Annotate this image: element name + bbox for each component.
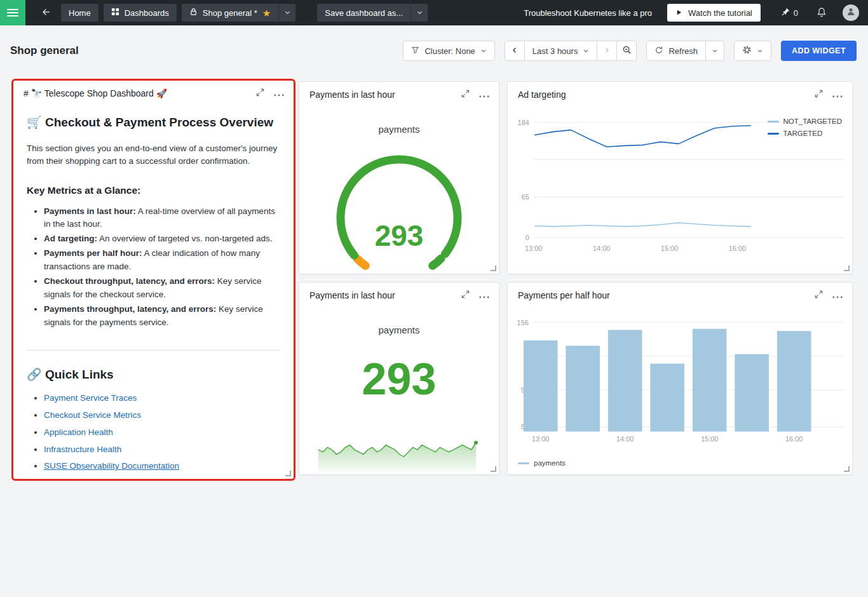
sparkline-chart <box>318 435 480 476</box>
legend-label: TARGETED <box>783 130 823 137</box>
widget-title: Ad targeting <box>518 90 809 100</box>
main-menu-button[interactable] <box>0 0 25 25</box>
favorite-star-icon[interactable]: ★ <box>262 8 271 18</box>
svg-text:293: 293 <box>375 219 424 252</box>
svg-text:156: 156 <box>517 319 529 326</box>
resize-handle[interactable] <box>285 471 291 476</box>
expand-icon <box>255 88 265 99</box>
legend-item[interactable]: TARGETED <box>768 130 842 137</box>
widget-header: Payments per half hour <box>508 283 852 308</box>
ellipsis-icon <box>832 291 843 300</box>
dashboard-toolbar: Cluster: None Last 3 hours <box>403 41 857 61</box>
quick-link[interactable]: SUSE Observability Documentation <box>44 461 179 471</box>
expand-widget-button[interactable] <box>456 286 475 304</box>
expand-icon <box>461 290 470 301</box>
page-title: Shop general <box>10 44 79 57</box>
svg-text:13:00: 13:00 <box>532 435 549 443</box>
chart-legend: NOT_TARGETEDTARGETED <box>768 117 842 137</box>
quick-link[interactable]: Infrastructure Health <box>44 445 121 454</box>
save-dashboard-chevron[interactable] <box>410 4 428 22</box>
expand-widget-button[interactable] <box>456 86 475 104</box>
time-range-label: Last 3 hours <box>532 46 578 56</box>
bar-chart: 156925713:0014:0015:0016:00 <box>508 308 852 474</box>
widget-menu-button[interactable] <box>475 86 494 104</box>
note-intro: This section gives you an end-to-end vie… <box>27 142 280 168</box>
home-button[interactable]: Home <box>61 4 98 22</box>
expand-widget-button[interactable] <box>809 286 828 304</box>
svg-text:0: 0 <box>526 234 529 241</box>
zoom-out-icon <box>622 45 632 57</box>
legend-swatch <box>768 133 779 135</box>
svg-text:184: 184 <box>518 119 529 126</box>
top-navbar: Home Dashboards Shop general * ★ Save da… <box>0 0 868 25</box>
widget-menu-button[interactable] <box>269 84 288 102</box>
pin-icon <box>781 7 790 18</box>
list-item: Checkout Service Metrics <box>44 409 280 422</box>
widget-title: Payments in last hour <box>309 90 456 100</box>
metrics-heading: Key Metrics at a Glance: <box>27 185 280 196</box>
chevron-right-icon <box>603 46 611 56</box>
expand-widget-button[interactable] <box>809 86 828 104</box>
resize-handle[interactable] <box>844 466 850 472</box>
quick-links-list: Payment Service Traces Checkout Service … <box>27 392 280 474</box>
add-widget-button[interactable]: ADD WIDGET <box>781 41 857 61</box>
widget-menu-button[interactable] <box>828 286 847 304</box>
legend-item[interactable]: NOT_TARGETED <box>768 117 842 125</box>
dashboards-button[interactable]: Dashboards <box>104 4 177 22</box>
dashboards-label: Dashboards <box>125 8 169 18</box>
widget-menu-button[interactable] <box>475 286 494 304</box>
dashboard-settings-button[interactable] <box>734 41 771 61</box>
list-item: Infrastructure Health <box>44 443 280 457</box>
chevron-down-icon <box>284 8 291 18</box>
watch-tutorial-button[interactable]: Watch the tutorial <box>667 4 761 22</box>
chevron-down-icon <box>712 46 718 56</box>
resize-handle[interactable] <box>491 265 496 271</box>
zoom-out-button[interactable] <box>616 41 637 61</box>
markdown-content: 🛒 Checkout & Payment Process Overview Th… <box>13 106 294 479</box>
refresh-button[interactable]: Refresh <box>646 41 706 61</box>
quick-link[interactable]: Application Health <box>44 427 113 437</box>
grid-icon <box>111 8 119 18</box>
save-dashboard-as-button[interactable]: Save dashboard as... <box>317 4 410 22</box>
time-forward-button[interactable] <box>597 41 617 61</box>
svg-text:16:00: 16:00 <box>729 245 746 252</box>
metric-item: Payments throughput, latency, and errors… <box>44 303 280 330</box>
ad-targeting-widget: Ad targeting 18465013:0014:0015:0016:00 … <box>507 81 853 274</box>
svg-text:13:00: 13:00 <box>525 245 542 252</box>
back-button[interactable] <box>37 4 56 22</box>
promo-text: Troubleshoot Kubernetes like a pro <box>524 8 652 18</box>
chevron-left-icon <box>511 46 519 56</box>
dashboard-canvas: # 🔭 Telescope Shop Dashboard 🚀 🛒 Checkou… <box>0 71 868 597</box>
time-range-button[interactable]: Last 3 hours <box>524 41 598 61</box>
time-back-button[interactable] <box>505 41 525 61</box>
user-avatar[interactable] <box>843 4 859 21</box>
dashboard-switcher-chevron[interactable] <box>278 4 295 22</box>
svg-text:15:00: 15:00 <box>661 245 678 252</box>
resize-handle[interactable] <box>491 466 496 472</box>
quick-link[interactable]: Payment Service Traces <box>44 393 137 403</box>
bell-icon <box>817 7 827 19</box>
legend-swatch <box>768 121 779 123</box>
chart-legend[interactable]: payments <box>518 459 566 467</box>
widget-title: Payments in last hour <box>309 290 456 300</box>
pinned-views-button[interactable]: 0 <box>777 6 802 19</box>
refresh-options-button[interactable] <box>705 41 724 61</box>
quick-links-heading: 🔗 Quick Links <box>27 367 280 382</box>
ellipsis-icon <box>832 90 843 100</box>
widget-menu-button[interactable] <box>828 86 847 104</box>
widget-header: # 🔭 Telescope Shop Dashboard 🚀 <box>13 81 294 106</box>
notifications-button[interactable] <box>812 4 831 22</box>
cluster-filter-button[interactable]: Cluster: None <box>403 41 494 61</box>
current-dashboard-button[interactable]: Shop general * ★ <box>182 4 278 22</box>
resize-handle[interactable] <box>844 265 850 271</box>
tutorial-label: Watch the tutorial <box>688 8 752 18</box>
legend-label: NOT_TARGETED <box>783 117 842 125</box>
metric-name: payments <box>299 325 499 335</box>
dashboard-name: Shop general * <box>203 8 257 18</box>
metrics-list: Payments in last hour: A real-time overv… <box>27 205 280 330</box>
divider <box>27 350 280 351</box>
chevron-down-icon <box>416 8 423 18</box>
quick-link[interactable]: Checkout Service Metrics <box>44 410 141 420</box>
pin-count: 0 <box>794 8 798 18</box>
expand-widget-button[interactable] <box>250 84 269 102</box>
